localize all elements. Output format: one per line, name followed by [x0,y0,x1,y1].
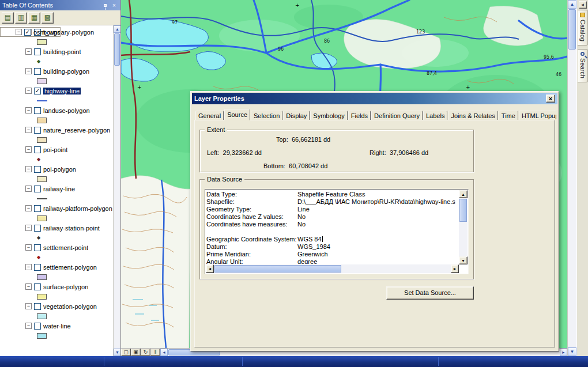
layer-checkbox[interactable] [34,107,41,114]
map-vertical-scrollbar[interactable]: ▲ ▼ [567,0,576,356]
dock-options-icon[interactable]: ◄ [579,1,587,9]
layer-label[interactable]: poi-polygon [43,166,76,173]
layer-label[interactable]: settlement-point [43,244,88,251]
scroll-thumb[interactable] [114,33,120,66]
layer-label[interactable]: nature_reserve-polygon [43,127,110,134]
list-by-drawing-order-icon[interactable]: ▤ [2,12,14,24]
layer-row[interactable]: −settlement-point [0,243,113,252]
dock-tab-search[interactable]: Search [578,49,588,82]
collapse-icon[interactable]: − [25,205,32,211]
dock-tab-catalog[interactable]: Catalog [578,10,588,46]
layer-label[interactable]: poi-point [43,146,67,153]
scroll-up-icon[interactable]: ▲ [459,190,468,198]
layer-checkbox[interactable]: ✓ [34,88,41,94]
scroll-down-icon[interactable]: ▼ [114,349,120,356]
tab-time[interactable]: Time [499,111,518,120]
tab-source[interactable]: Source [224,109,250,120]
list-horizontal-scrollbar[interactable]: ◄ ► [206,264,459,273]
layer-label[interactable]: railway-station-point [43,225,100,232]
layer-checkbox[interactable] [34,323,41,330]
layer-row[interactable]: −poi-polygon [0,164,113,174]
list-by-source-icon[interactable]: ▥ [15,12,27,24]
toc-scrollbar[interactable]: ▲ ▼ [113,25,120,356]
tab-definition-query[interactable]: Definition Query [371,111,423,120]
layer-label[interactable]: landuse-polygon [43,107,90,114]
layer-row[interactable]: −railway-platform-polygon [0,203,113,213]
collapse-icon[interactable]: − [25,127,32,133]
list-by-visibility-icon[interactable]: ▦ [28,12,40,24]
layer-checkbox[interactable] [34,186,41,192]
tab-joins-relates[interactable]: Joins & Relates [448,111,497,120]
layer-row[interactable]: −vegetation-polygon [0,301,113,311]
collapse-icon[interactable]: − [25,303,32,309]
pin-icon[interactable] [101,2,109,9]
group-label[interactable]: osm_wgs [33,29,60,36]
dialog-close-icon[interactable]: × [546,94,555,103]
scroll-thumb[interactable] [459,199,467,222]
collapse-icon[interactable]: − [25,146,32,153]
scroll-right-icon[interactable]: ► [451,264,459,273]
collapse-icon[interactable]: − [25,323,32,329]
collapse-icon[interactable]: − [25,244,32,251]
data-source-list[interactable]: Data Type:Shapefile Feature ClassShapefi… [205,189,469,274]
dialog-titlebar[interactable]: Layer Properties × [192,93,557,104]
pause-drawing-icon[interactable]: ‖ [150,349,160,356]
collapse-icon[interactable]: − [25,225,32,231]
layer-checkbox[interactable] [34,244,41,251]
layer-label[interactable]: highway-line [43,88,81,94]
layer-label[interactable]: water-line [43,323,71,330]
layer-label[interactable]: vegetation-polygon [43,303,97,310]
layer-label[interactable]: surface-polygon [43,283,88,290]
collapse-icon[interactable]: − [25,68,32,74]
tab-display[interactable]: Display [283,111,310,120]
layer-row[interactable]: −railway-line [0,184,113,194]
list-vertical-scrollbar[interactable]: ▲ ▼ [459,190,468,264]
scroll-left-icon[interactable]: ◄ [206,264,214,273]
collapse-icon[interactable]: − [16,29,22,35]
layer-checkbox[interactable] [34,166,41,173]
scroll-thumb[interactable] [214,265,341,273]
scroll-left-icon[interactable]: ◄ [160,349,168,356]
layer-checkbox[interactable] [34,225,41,232]
set-data-source-button[interactable]: Set Data Source... [386,286,474,300]
layer-row[interactable]: −building-polygon [0,66,113,76]
scroll-up-icon[interactable]: ▲ [114,25,120,33]
layer-row[interactable]: −✓highway-line [0,86,113,96]
toc-close-icon[interactable]: × [110,2,118,9]
layer-label[interactable]: building-polygon [43,68,89,75]
scroll-thumb[interactable] [568,9,576,50]
layer-group-row[interactable]: −✓osm_wgs [0,27,61,37]
scroll-up-icon[interactable]: ▲ [568,0,576,9]
scroll-down-icon[interactable]: ▼ [459,256,468,264]
layer-row[interactable]: −water-line [0,321,113,331]
collapse-icon[interactable]: − [25,107,32,113]
layer-checkbox[interactable] [34,48,41,55]
layer-label[interactable]: building-point [43,48,81,55]
collapse-icon[interactable]: − [25,88,32,94]
layer-checkbox[interactable] [34,283,41,290]
layer-row[interactable]: −building-point [0,47,113,56]
layer-label[interactable]: settlement-polygon [43,264,97,271]
layer-checkbox[interactable] [34,205,41,212]
tab-labels[interactable]: Labels [423,111,447,120]
collapse-icon[interactable]: − [25,166,32,172]
layout-view-icon[interactable]: ▣ [131,349,141,356]
tab-selection[interactable]: Selection [251,111,282,120]
toc-tree[interactable]: −✓osm_wgs−boundary-polygon−building-poin… [0,25,120,356]
layer-checkbox[interactable] [34,303,41,310]
collapse-icon[interactable]: − [25,186,32,192]
scroll-down-icon[interactable]: ▼ [568,347,576,356]
group-checkbox[interactable]: ✓ [24,29,31,36]
layer-label[interactable]: railway-line [43,186,75,192]
layer-row[interactable]: −nature_reserve-polygon [0,125,113,135]
list-by-selection-icon[interactable]: ▩ [42,12,54,24]
tab-symbology[interactable]: Symbology [310,111,347,120]
refresh-icon[interactable]: ↻ [141,349,150,356]
layer-checkbox[interactable] [34,146,41,153]
collapse-icon[interactable]: − [25,283,32,290]
tab-fields[interactable]: Fields [348,111,371,120]
layer-row[interactable]: −poi-point [0,145,113,154]
tab-html-popup[interactable]: HTML Popup [519,111,556,120]
layer-row[interactable]: −settlement-polygon [0,262,113,272]
tab-general[interactable]: General [195,111,224,120]
